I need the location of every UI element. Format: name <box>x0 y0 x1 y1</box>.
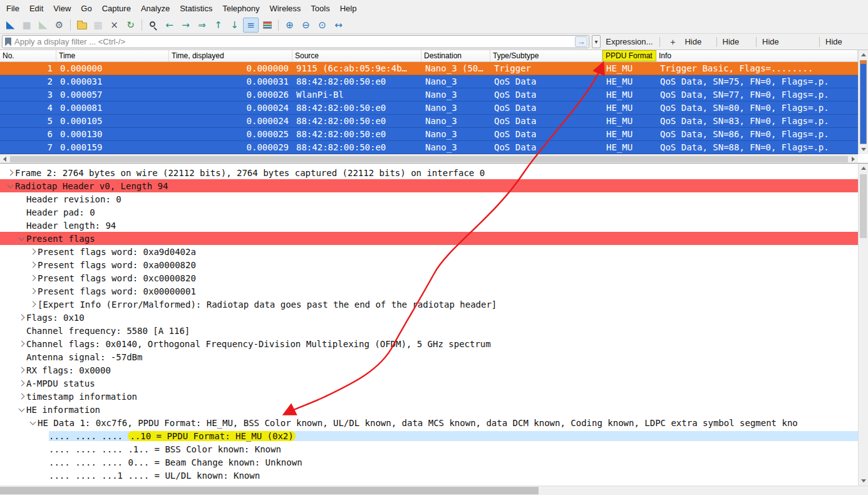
bottom-scroll-thumb[interactable] <box>0 487 539 494</box>
scroll-left-icon[interactable] <box>0 155 9 163</box>
open-file-icon[interactable] <box>74 18 90 33</box>
go-back-icon[interactable]: ← <box>162 18 177 33</box>
start-capture-icon[interactable] <box>3 18 18 33</box>
detail-line[interactable]: Antenna signal: -57dBm <box>0 350 858 363</box>
packet-row-1[interactable]: 10.0000000.0000009115 (6c:ab:05:9e:4b…Na… <box>0 62 858 75</box>
detail-line[interactable]: Header revision: 0 <box>0 192 858 206</box>
expression-button[interactable]: Expression... <box>603 37 655 46</box>
column-header-info[interactable]: Info <box>656 50 858 61</box>
filter-button-hide-bad[interactable]: Hide Bad <box>681 36 714 48</box>
save-file-icon[interactable]: ▦ <box>90 18 106 33</box>
detail-line[interactable]: RX flags: 0x0000 <box>0 363 858 377</box>
zoom-100-icon[interactable]: ⊙ <box>314 18 330 33</box>
column-header-no[interactable]: No. <box>0 50 56 61</box>
chevron-right-icon[interactable] <box>16 381 26 385</box>
bottom-horizontal-scrollbar[interactable] <box>0 486 868 495</box>
detail-scroll-up-icon[interactable] <box>859 164 868 173</box>
chevron-down-icon[interactable] <box>5 185 15 187</box>
find-packet-icon[interactable] <box>145 18 161 33</box>
chevron-down-icon[interactable] <box>28 422 38 424</box>
detail-line[interactable]: Frame 2: 2764 bytes on wire (22112 bits)… <box>0 166 858 179</box>
packet-list-vertical-scrollbar[interactable] <box>858 50 868 154</box>
bookmark-icon[interactable] <box>5 38 11 46</box>
packet-row-6[interactable]: 60.0001300.00002588:42:82:00:50:e0Nano_3… <box>0 128 858 141</box>
filter-button-hide-control[interactable]: Hide Control <box>822 36 864 48</box>
detail-vertical-scrollbar[interactable] <box>858 164 868 486</box>
go-to-packet-icon[interactable]: ⇒ <box>194 18 210 33</box>
menu-item-edit[interactable]: Edit <box>24 0 48 17</box>
menu-item-file[interactable]: File <box>1 0 24 17</box>
detail-line[interactable]: Radiotap Header v0, Length 94 <box>0 179 858 192</box>
packet-row-4[interactable]: 40.0000810.00002488:42:82:00:50:e0Nano_3… <box>0 102 858 115</box>
scroll-right-icon[interactable] <box>849 155 858 163</box>
go-first-packet-icon[interactable]: ↑ <box>210 18 226 33</box>
detail-line[interactable]: .... .... .... .1.. = BSS Color known: K… <box>0 442 858 456</box>
filter-button-hide-management[interactable]: Hide Management <box>758 36 817 48</box>
chevron-right-icon[interactable] <box>16 341 26 346</box>
detail-scroll-track[interactable] <box>859 173 868 476</box>
chevron-down-icon[interactable] <box>16 409 26 411</box>
menu-item-help[interactable]: Help <box>335 0 362 17</box>
detail-line[interactable]: Present flags word: 0xa0000820 <box>0 258 858 271</box>
menu-item-statistics[interactable]: Statistics <box>175 0 217 17</box>
go-forward-icon[interactable]: → <box>178 18 194 33</box>
filter-dropdown-icon[interactable]: ▾ <box>592 35 601 48</box>
packet-row-2[interactable]: 20.0000310.00003188:42:82:00:50:e0Nano_3… <box>0 75 858 88</box>
detail-line[interactable]: .... .... ...1 .... = UL/DL known: Known <box>0 469 858 482</box>
add-filter-button[interactable]: + <box>667 37 678 47</box>
menu-item-wireless[interactable]: Wireless <box>264 0 306 17</box>
menu-item-analyze[interactable]: Analyze <box>136 0 175 17</box>
detail-line[interactable]: HE Data 1: 0xc7f6, PPDU Format: HE_MU, B… <box>0 416 858 429</box>
detail-line[interactable]: Header pad: 0 <box>0 206 858 219</box>
menu-item-tools[interactable]: Tools <box>306 0 334 17</box>
menu-item-view[interactable]: View <box>48 0 76 17</box>
menu-item-go[interactable]: Go <box>76 0 96 17</box>
chevron-right-icon[interactable] <box>28 263 38 267</box>
filter-button-hide-data[interactable]: Hide Data <box>719 36 755 48</box>
column-header-ppdu-format[interactable]: PPDU Format <box>602 50 656 61</box>
chevron-right-icon[interactable] <box>28 289 38 293</box>
chevron-right-icon[interactable] <box>16 368 26 372</box>
detail-line[interactable]: Present flags word: 0xc0000820 <box>0 271 858 284</box>
stop-capture-icon[interactable]: ■ <box>19 18 34 33</box>
menu-item-telephony[interactable]: Telephony <box>217 0 264 17</box>
packet-row-7[interactable]: 70.0001590.00002988:42:82:00:50:e0Nano_3… <box>0 141 858 154</box>
column-header-source[interactable]: Source <box>292 50 421 61</box>
chevron-right-icon[interactable] <box>16 394 26 399</box>
capture-options-icon[interactable]: ⚙ <box>51 18 67 33</box>
detail-line[interactable]: Present flags word: 0xa9d0402a <box>0 245 858 258</box>
detail-line[interactable]: Header length: 94 <box>0 219 858 232</box>
display-filter-input[interactable] <box>14 37 572 46</box>
reload-icon[interactable]: ↻ <box>123 18 138 33</box>
packet-list-horizontal-scrollbar[interactable] <box>0 154 858 163</box>
horizontal-scroll-thumb[interactable] <box>10 156 848 162</box>
apply-filter-icon[interactable]: → <box>575 36 587 47</box>
chevron-right-icon[interactable] <box>16 315 26 320</box>
colorize-icon[interactable] <box>259 18 275 33</box>
detail-line[interactable]: A-MPDU status <box>0 377 858 390</box>
detail-line[interactable]: .... .... .... 0... = Beam Change known:… <box>0 456 858 469</box>
detail-line[interactable]: Flags: 0x10 <box>0 311 858 324</box>
column-header-time-displayed[interactable]: Time, displayed <box>169 50 292 61</box>
detail-scroll-thumb[interactable] <box>860 174 867 238</box>
detail-line[interactable]: Channel frequency: 5580 [A 116] <box>0 324 858 337</box>
display-filter-field[interactable]: → <box>2 35 589 48</box>
chevron-down-icon[interactable] <box>16 237 26 240</box>
scrollbar-minimap-thumb[interactable] <box>860 60 867 144</box>
scroll-up-icon[interactable] <box>859 50 868 60</box>
chevron-right-icon[interactable] <box>28 302 38 306</box>
detail-line[interactable]: [Expert Info (Error/Malformed): Radiotap… <box>0 298 858 311</box>
menu-item-capture[interactable]: Capture <box>97 0 136 17</box>
zoom-out-icon[interactable]: ⊖ <box>298 18 314 33</box>
column-header-destination[interactable]: Destination <box>421 50 490 61</box>
detail-line[interactable]: Present flags word: 0x00000001 <box>0 284 858 298</box>
detail-line[interactable]: timestamp information <box>0 390 858 403</box>
detail-line[interactable]: HE information <box>0 403 858 416</box>
detail-line[interactable]: .... .... .... ..10 = PPDU Format: HE_MU… <box>0 429 858 442</box>
column-header-type-subtype[interactable]: Type/Subtype <box>490 50 602 61</box>
scroll-down-icon[interactable] <box>859 145 868 154</box>
chevron-right-icon[interactable] <box>28 276 38 280</box>
resize-columns-icon[interactable]: ↔ <box>331 18 346 33</box>
column-header-time[interactable]: Time <box>56 50 169 61</box>
chevron-right-icon[interactable] <box>28 249 38 254</box>
